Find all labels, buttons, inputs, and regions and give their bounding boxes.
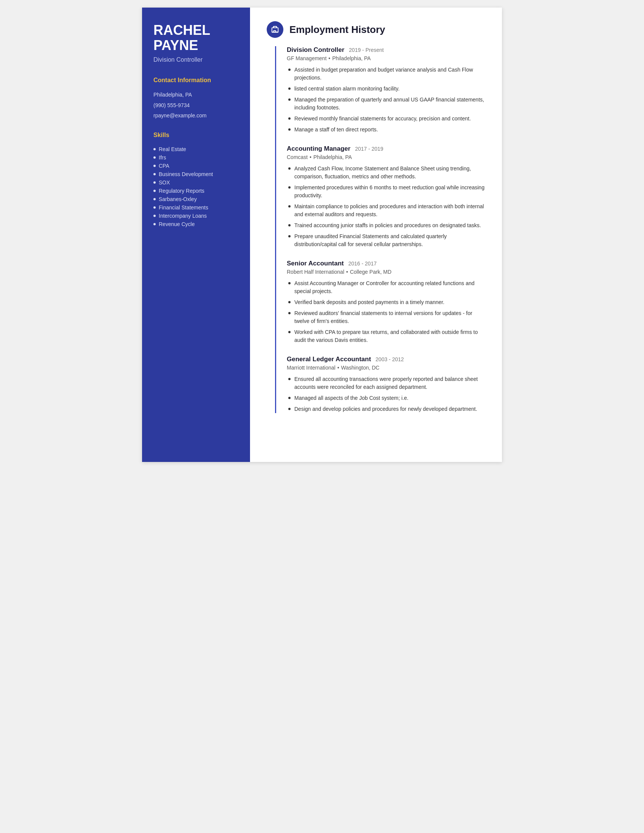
bullet-dot — [153, 165, 156, 167]
bullet-dot — [288, 301, 291, 303]
job-bullet: Manage a staff of ten direct reports. — [288, 126, 485, 133]
bullet-text: Design and develop policies and procedur… — [295, 405, 477, 413]
employment-section-title: Employment History — [290, 24, 385, 35]
job-bullet: Analyzed Cash Flow, Income Statement and… — [288, 165, 485, 181]
bullet-dot — [153, 206, 156, 209]
job-bullet: Assisted in budget preparation and budge… — [288, 66, 485, 82]
skills-section-title: Skills — [153, 132, 239, 140]
bullet-dot — [153, 190, 156, 192]
job-bullet: Ensured all accounting transactions were… — [288, 375, 485, 391]
job-bullets: Analyzed Cash Flow, Income Statement and… — [287, 165, 485, 248]
bullet-dot — [153, 198, 156, 200]
skill-item: Intercompany Loans — [153, 213, 239, 219]
employment-section-header: Employment History — [267, 21, 485, 38]
bullet-text: Prepare unaudited Financial Statements a… — [295, 233, 485, 248]
job-bullet: Reviewed monthly financial statements fo… — [288, 115, 485, 123]
bullet-text: Manage a staff of ten direct reports. — [295, 126, 378, 133]
job-bullets: Assist Accounting Manager or Controller … — [287, 280, 485, 344]
contact-location: Philadelphia, PA — [153, 91, 239, 99]
job-bullet: Assist Accounting Manager or Controller … — [288, 280, 485, 295]
bullet-text: Trained accounting junior staffs in poli… — [295, 222, 481, 230]
bullet-text: Ensured all accounting transactions were… — [295, 375, 485, 391]
bullet-dot — [288, 186, 291, 188]
bullet-dot — [153, 215, 156, 217]
bullet-dot — [153, 156, 156, 159]
bullet-dot — [153, 148, 156, 150]
job-bullet: Managed all aspects of the Job Cost syst… — [288, 394, 485, 402]
job-header: Accounting Manager 2017 - 2019 — [287, 145, 485, 153]
job-bullet: Trained accounting junior staffs in poli… — [288, 222, 485, 230]
job-block: Senior Accountant 2016 - 2017 Robert Hal… — [287, 260, 485, 344]
bullet-text: Worked with CPA to prepare tax returns, … — [295, 328, 485, 344]
sidebar: RACHEL PAYNE Division Controller Contact… — [142, 8, 250, 462]
bullet-dot — [288, 331, 291, 333]
job-dates: 2003 - 2012 — [375, 356, 404, 362]
skill-item: Ifrs — [153, 154, 239, 161]
job-bullet: Worked with CPA to prepare tax returns, … — [288, 328, 485, 344]
job-bullet: Design and develop policies and procedur… — [288, 405, 485, 413]
skill-item: Revenue Cycle — [153, 221, 239, 227]
bullet-dot — [288, 378, 291, 380]
skill-item: Business Development — [153, 171, 239, 177]
bullet-dot — [288, 205, 291, 207]
job-block: Division Controller 2019 - Present GF Ma… — [287, 46, 485, 133]
job-company: GF Management•Philadelphia, PA — [287, 55, 485, 61]
job-block: Accounting Manager 2017 - 2019 Comcast•P… — [287, 145, 485, 248]
job-bullet: listed central station alarm monitoring … — [288, 85, 485, 93]
bullet-dot — [288, 224, 291, 227]
bullet-text: Assist Accounting Manager or Controller … — [295, 280, 485, 295]
bullet-dot — [288, 235, 291, 237]
bullet-dot — [288, 69, 291, 71]
job-dates: 2019 - Present — [349, 47, 384, 53]
bullet-dot — [288, 98, 291, 101]
job-bullet: Reviewed auditors' financial statements … — [288, 309, 485, 325]
skill-item: Financial Statements — [153, 204, 239, 211]
contact-email: rpayne@example.com — [153, 112, 239, 120]
skill-item: CPA — [153, 163, 239, 169]
briefcase-icon — [271, 26, 279, 34]
timeline: Division Controller 2019 - Present GF Ma… — [275, 46, 485, 413]
bullet-dot — [153, 182, 156, 183]
bullet-dot — [288, 312, 291, 314]
bullet-text: Analyzed Cash Flow, Income Statement and… — [295, 165, 485, 181]
job-block: General Ledger Accountant 2003 - 2012 Ma… — [287, 355, 485, 413]
bullet-text: listed central station alarm monitoring … — [295, 85, 400, 93]
bullet-dot — [288, 87, 291, 90]
job-dates: 2016 - 2017 — [349, 261, 377, 267]
skill-item: SOX — [153, 180, 239, 185]
job-company: Robert Half International•College Park, … — [287, 269, 485, 275]
skill-item: Real Estate — [153, 146, 239, 152]
job-title: Division Controller — [287, 46, 345, 54]
job-company: Marriott International•Washington, DC — [287, 365, 485, 371]
candidate-title: Division Controller — [153, 56, 239, 63]
job-title: Accounting Manager — [287, 145, 350, 153]
resume-container: RACHEL PAYNE Division Controller Contact… — [142, 8, 502, 462]
bullet-text: Reviewed auditors' financial statements … — [295, 309, 485, 325]
bullet-text: Assisted in budget preparation and budge… — [295, 66, 485, 82]
skills-section: Skills Real EstateIfrsCPABusiness Develo… — [153, 132, 239, 227]
main-content: Employment History Division Controller 2… — [250, 8, 502, 462]
job-bullets: Ensured all accounting transactions were… — [287, 375, 485, 413]
bullet-dot — [288, 397, 291, 399]
bullet-text: Managed all aspects of the Job Cost syst… — [295, 394, 408, 402]
bullet-dot — [153, 223, 156, 225]
job-bullet: Managed the preparation of quarterly and… — [288, 96, 485, 112]
job-bullet: Implemented procedures within 6 months t… — [288, 183, 485, 199]
skills-list: Real EstateIfrsCPABusiness DevelopmentSO… — [153, 146, 239, 227]
bullet-dot — [288, 282, 291, 285]
bullet-dot — [288, 129, 291, 130]
bullet-dot — [288, 408, 291, 410]
contact-section: Contact Information Philadelphia, PA (99… — [153, 77, 239, 120]
job-title: General Ledger Accountant — [287, 355, 371, 363]
job-bullet: Verified bank deposits and posted paymen… — [288, 298, 485, 306]
skill-item: Sarbanes-Oxley — [153, 196, 239, 202]
bullet-text: Maintain compliance to policies and proc… — [295, 203, 485, 219]
job-company: Comcast•Philadelphia, PA — [287, 154, 485, 160]
contact-phone: (990) 555-9734 — [153, 102, 239, 109]
bullet-dot — [153, 173, 156, 175]
candidate-name: RACHEL PAYNE — [153, 23, 239, 53]
job-bullet: Maintain compliance to policies and proc… — [288, 203, 485, 219]
bullet-dot — [288, 117, 291, 120]
employment-icon — [267, 21, 283, 38]
job-header: Division Controller 2019 - Present — [287, 46, 485, 54]
